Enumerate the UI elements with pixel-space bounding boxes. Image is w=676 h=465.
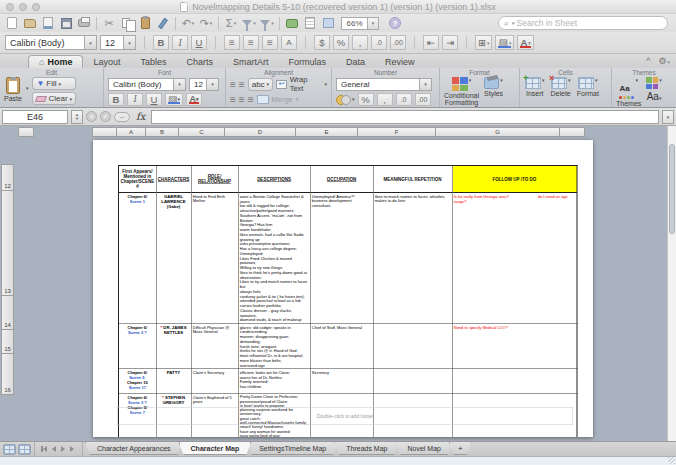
text-box-button[interactable]: A <box>281 35 297 50</box>
insert-cells-button[interactable]: +▾ Insert <box>525 77 545 97</box>
select-all-corner[interactable] <box>18 127 34 137</box>
name-box-stepper[interactable]: ▲▼ <box>71 110 83 124</box>
redo-button[interactable]: ↷▾ <box>199 16 213 30</box>
tab-formulas[interactable]: Formulas <box>279 55 337 68</box>
last-sheet-button[interactable] <box>70 446 74 452</box>
previous-sheet-button[interactable] <box>52 446 56 452</box>
vertical-scrollbar[interactable] <box>667 126 676 441</box>
ribbon-fill-color-button[interactable]: ▨▾ <box>165 93 183 106</box>
tab-layout[interactable]: Layout <box>83 55 130 68</box>
resize-grip[interactable] <box>668 457 675 464</box>
align-center-ribbon-button[interactable]: ≡ <box>239 94 245 105</box>
align-left-button[interactable]: ≡ <box>224 35 240 50</box>
minus-button[interactable]: – <box>114 112 130 122</box>
decrease-decimal-button[interactable]: .00 <box>390 35 406 50</box>
sheet-tab-character-map[interactable]: Character Map <box>179 442 252 455</box>
close-window-button[interactable] <box>6 3 14 11</box>
borders-button[interactable]: ⊞▾ <box>475 35 492 50</box>
zoom-caret[interactable]: ▾ <box>368 17 379 30</box>
wrap-text-button[interactable]: Wrap Text <box>290 75 322 93</box>
tab-home[interactable]: ⌂Home <box>28 55 83 68</box>
ribbon-bold-button[interactable]: B <box>108 93 124 106</box>
minimize-window-button[interactable] <box>19 3 27 11</box>
tab-smartart[interactable]: SmartArt <box>223 55 279 68</box>
vertical-scrollbar-thumb[interactable] <box>669 144 675 234</box>
first-sheet-button[interactable] <box>43 446 47 452</box>
format-cells-button[interactable]: ▾ Format <box>577 77 599 97</box>
paste-ribbon-button[interactable]: Paste <box>4 77 22 105</box>
row-header-15[interactable]: 15 <box>1 329 14 354</box>
zoom-window-button[interactable] <box>32 3 40 11</box>
ribbon-comma-button[interactable]: , <box>377 93 393 106</box>
align-left-ribbon-button[interactable]: ≡ <box>230 94 236 105</box>
zoom-control[interactable]: 66% ▾ <box>341 17 379 30</box>
table-header-characters[interactable]: CHARACTERS <box>156 166 191 193</box>
cell-repetition-row2[interactable] <box>373 324 452 369</box>
row-header-16[interactable]: 16 <box>1 353 14 395</box>
tab-data[interactable]: Data <box>336 55 375 68</box>
ribbon-gear-icon[interactable]: ⚙▾ <box>658 56 670 66</box>
table-header-follow-up-to-do[interactable]: FOLLOW UP /TO DO <box>452 166 577 193</box>
increase-decimal-button[interactable]: .0 <box>371 35 387 50</box>
cell-role-row2[interactable]: Difficult Physician @ Mass General <box>191 324 238 369</box>
search-field[interactable]: ⌕▾ <box>498 16 668 30</box>
column-header-F[interactable]: F <box>357 127 436 137</box>
undo-button[interactable]: ↶▾ <box>181 16 195 30</box>
row-header-12[interactable]: 12 <box>1 164 14 191</box>
paste-button[interactable] <box>138 16 152 30</box>
delete-cells-button[interactable]: ×▾ Delete <box>551 77 571 97</box>
copy-button[interactable] <box>120 16 134 30</box>
clear-button[interactable]: Clear▾ <box>32 92 76 105</box>
align-right-ribbon-button[interactable]: ≡ <box>248 94 254 105</box>
sort-button[interactable]: ▾ <box>242 16 256 30</box>
tab-charts[interactable]: Charts <box>177 55 224 68</box>
cell-role-row1[interactable]: Hired to Find Birth Mother <box>191 193 238 324</box>
font-name-combo[interactable]: Calibri (Body)▾ <box>5 35 97 50</box>
formula-bar-expand[interactable]: ▾ <box>662 110 674 124</box>
fill-color-button[interactable]: ▨▾ <box>495 35 514 50</box>
cell-description-row3[interactable]: efficient; looks out for Claire; warns h… <box>238 369 310 394</box>
cell-occupation-row2[interactable]: Chief of Staff, Mass General <box>310 324 373 369</box>
column-header-E[interactable]: E <box>295 127 358 137</box>
themes-button[interactable]: Aa ▾ Themes <box>616 77 641 107</box>
column-header-margin-left[interactable] <box>92 127 117 137</box>
cell-repetition-row3[interactable] <box>373 369 452 394</box>
theme-colors-button[interactable]: ▾ <box>646 77 662 89</box>
formula-input[interactable] <box>151 110 659 124</box>
toolbox-button[interactable] <box>285 16 299 30</box>
number-format-combo[interactable]: General▾ <box>336 78 432 91</box>
decrease-indent-button[interactable]: ⇤ <box>423 35 439 50</box>
conditional-formatting-button[interactable]: ▾ Conditional Formatting <box>444 77 479 107</box>
cell-first-appears-row1[interactable]: Chapter 6/Scene 1 <box>119 193 157 324</box>
cell-occupation-row3[interactable]: Secretary <box>310 369 373 394</box>
ribbon-underline-button[interactable]: U <box>146 93 162 106</box>
new-document-button[interactable] <box>5 16 19 30</box>
bold-button[interactable]: B <box>153 35 169 50</box>
cell-follow-up-row2[interactable]: Need to specify Medical CO#? <box>452 324 577 369</box>
print-button[interactable] <box>77 16 91 30</box>
sheet-tab-novel-map[interactable]: Novel Map <box>395 442 452 455</box>
cell-character-row2[interactable]: * DR. JAMES NETTLES <box>156 324 191 369</box>
align-top-button[interactable]: ≡ <box>230 79 236 90</box>
align-middle-button[interactable]: ≡ <box>239 79 245 90</box>
comma-format-button[interactable]: , <box>352 35 368 50</box>
cell-character-row1[interactable]: GABRIEL LAWRENCE (Gabe) <box>156 193 191 324</box>
next-sheet-button[interactable] <box>61 446 65 452</box>
cell-description-row1[interactable]: wore a Boston College Sweatshirt & jeans… <box>238 193 310 324</box>
save-button[interactable] <box>59 16 73 30</box>
footer-placeholder[interactable]: Double-click to add footer <box>117 407 573 425</box>
ribbon-collapse-button[interactable]: ^ <box>646 56 650 66</box>
font-color-button[interactable]: A▾ <box>517 35 533 50</box>
row-header-14[interactable]: 14 <box>1 295 14 330</box>
media-browser-button[interactable] <box>321 16 335 30</box>
italic-button[interactable]: I <box>172 35 188 50</box>
orientation-button[interactable]: abc▾ <box>248 78 273 91</box>
cell-occupation-row1[interactable]: Unemployed/ Amateur?! business developme… <box>310 193 373 324</box>
sheet-tab-threads-map[interactable]: Threads Map <box>334 442 399 455</box>
ribbon-italic-button[interactable]: I <box>127 93 143 106</box>
ribbon-decrease-decimal[interactable]: .00 <box>415 93 431 106</box>
normal-view-button[interactable] <box>3 444 16 455</box>
cell-first-appears-row3[interactable]: Chapter 6/Scene 2;Chapter 10Scene 17 <box>119 369 157 394</box>
column-header-D[interactable]: D <box>224 127 296 137</box>
cancel-entry-button[interactable]: × <box>86 111 97 122</box>
